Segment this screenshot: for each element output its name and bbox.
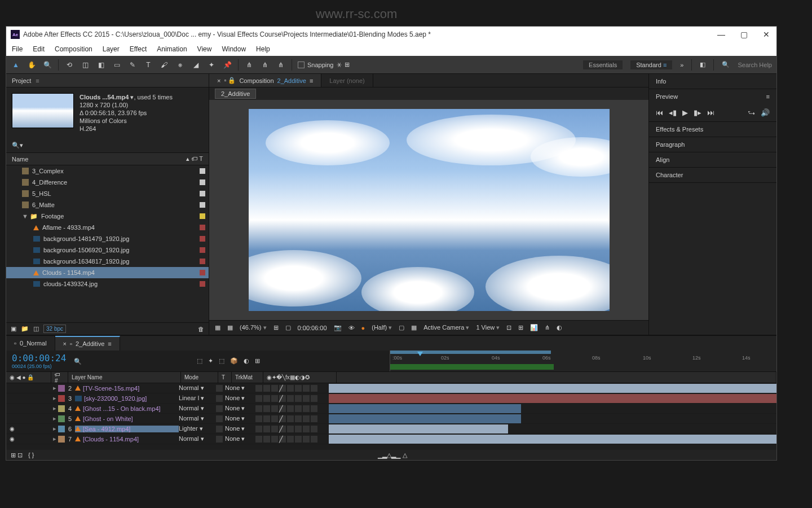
workspace-standard[interactable]: Standard ≡ [630,60,672,69]
align-panel[interactable]: Align [649,152,776,167]
layer-row[interactable]: ▸5 [Ghost - on White]Normal ▾ None ▾╱ [6,414,776,424]
tree-item[interactable]: Aflame - 4933.mp4 [6,222,209,233]
tree-item[interactable]: Clouds - 1154.mp4 [6,267,209,278]
project-tab[interactable]: Project [12,77,31,84]
asset-thumbnail[interactable] [12,93,74,128]
tl-icon[interactable]: ◐ [244,357,249,365]
next-frame-icon[interactable]: ▮▸ [694,108,701,117]
tl-icon[interactable]: ⬚ [197,357,202,365]
camera-dropdown[interactable]: Active Camera [423,324,469,331]
last-frame-icon[interactable]: ⏭ [707,108,714,117]
tree-item[interactable]: ▼ 📁Footage [6,211,209,222]
effects-panel[interactable]: Effects & Presets [649,122,776,137]
hand-tool-icon[interactable]: ✋ [27,60,37,70]
time-display[interactable]: 0:00:06:00 [298,325,327,331]
new-comp-icon[interactable]: ◫ [33,325,39,332]
cc-icon[interactable]: ◧ [700,61,705,68]
res-dropdown[interactable]: (Half) [372,324,392,331]
flowchart-icon[interactable]: ⋔ [545,324,550,331]
tree-item[interactable]: background-1506920_1920.jpg [6,244,209,256]
channel-icon[interactable]: ● [361,325,365,331]
project-tree[interactable]: 3_Complex4_Difference5_HSL6_Matte▼ 📁Foot… [6,165,209,322]
more-workspaces-icon[interactable]: » [680,62,683,68]
toggle-switches-icon[interactable]: ⊞ ⊡ [11,452,23,459]
menu-effect[interactable]: Effect [130,45,147,53]
local-axis-icon[interactable]: ⋔ [244,60,254,70]
res-icon[interactable]: ⊞ [273,324,279,331]
puppet-tool-icon[interactable]: 📌 [222,60,232,70]
project-search[interactable]: 🔍▾ [6,138,209,153]
alpha-icon[interactable]: ▦ [215,324,220,331]
timecode[interactable]: 0:00:00:24 00024 (25.00 fps) 🔍 [6,351,85,371]
play-icon[interactable]: ▶ [682,108,688,117]
reset-exposure-icon[interactable]: ◐ [557,324,562,331]
tl-icon[interactable]: ✦ [208,357,213,365]
world-axis-icon[interactable]: ⋔ [260,60,270,70]
menu-animation[interactable]: Animation [157,45,187,53]
rect-tool-icon[interactable]: ▭ [112,60,122,70]
menu-layer[interactable]: Layer [103,45,120,53]
comp-viewer[interactable] [209,100,648,320]
info-panel[interactable]: Info [649,74,776,89]
roi-icon[interactable]: ▢ [399,324,404,331]
layer-tab[interactable]: Layer (none) [321,74,373,87]
menu-composition[interactable]: Composition [55,45,92,53]
workspace-essentials[interactable]: Essentials [583,60,623,69]
zoom-slider[interactable]: ▁▂△▂▁ △ [378,452,407,459]
type-tool-icon[interactable]: T [143,60,153,70]
menu-view[interactable]: View [197,45,212,53]
mute-icon[interactable]: 🔊 [761,108,770,117]
time-ruler[interactable]: :00s 02s 04s 06s 08s 10s 12s 14s [390,351,776,371]
fast-preview-icon[interactable]: ⊞ [518,324,523,331]
safe-icon[interactable]: ▢ [285,324,291,331]
first-frame-icon[interactable]: ⏮ [656,108,663,117]
zoom-tool-icon[interactable]: 🔍 [42,60,52,70]
menu-help[interactable]: Help [256,45,270,53]
layer-list[interactable]: ▸2 [TV-Scene-15s.mp4]Normal ▾ None ▾╱▸3 … [6,383,776,450]
tl-icon[interactable]: ⬚ [219,357,224,365]
layer-row[interactable]: ▸4 [Ghost ...15 - On black.mp4]Normal ▾ … [6,404,776,414]
show-snapshot-icon[interactable]: 👁 [348,325,355,331]
snapshot-icon[interactable]: 📷 [334,324,342,331]
loop-icon[interactable]: ⮑ [748,108,755,117]
menu-edit[interactable]: Edit [33,45,45,53]
prev-frame-icon[interactable]: ◂▮ [669,108,677,117]
maximize-button[interactable]: ▢ [738,30,749,39]
pen-tool-icon[interactable]: ✎ [127,60,138,70]
pixel-aspect-icon[interactable]: ⊡ [506,324,511,331]
menu-file[interactable]: File [12,45,23,53]
tl-icon[interactable]: ⊞ [255,357,260,365]
minimize-button[interactable]: — [716,30,727,39]
brush-tool-icon[interactable]: 🖌 [159,60,169,70]
current-time-indicator[interactable] [417,352,423,356]
tree-item[interactable]: 5_HSL [6,188,209,199]
roto-tool-icon[interactable]: ✦ [206,60,217,70]
tree-item[interactable]: 3_Complex [6,165,209,177]
folder-icon[interactable]: 📁 [21,325,29,332]
views-dropdown[interactable]: 1 View [476,324,500,331]
zoom-dropdown[interactable]: (46.7%) [240,324,267,331]
camera-tool-icon[interactable]: ◫ [80,60,90,70]
tl-icon[interactable]: 📦 [230,357,238,365]
layer-row[interactable]: ▸3 [sky-232000_1920.jpg]Linear l ▾ None … [6,393,776,404]
layer-row[interactable]: ◉▸6 [Sea - 4912.mp4]Lighter ▾ None ▾╱ [6,424,776,434]
snapping-toggle[interactable]: Snapping⚹⊞ [298,61,350,68]
bracket-icon[interactable]: { } [28,452,34,458]
flowchart-tab[interactable]: 2_Additive [215,89,256,99]
timeline-icon[interactable]: 📊 [530,324,538,331]
bpc-toggle[interactable]: 32 bpc [43,325,66,333]
comp-tab[interactable]: ×▫ 🔒Composition2_Additive≡ [209,74,321,87]
interpret-icon[interactable]: ▣ [11,325,16,332]
clone-tool-icon[interactable]: ⎈ [175,60,185,70]
grid-icon[interactable]: ▦ [227,324,233,331]
orbit-tool-icon[interactable]: ⟲ [64,60,74,70]
view-axis-icon[interactable]: ⋔ [276,60,286,70]
transparency-icon[interactable]: ▦ [411,324,417,331]
selection-tool-icon[interactable]: ▲ [11,60,21,70]
preview-panel[interactable]: Preview≡ [649,89,776,104]
tree-item[interactable]: 6_Matte [6,199,209,211]
timeline-tab-1[interactable]: ×▫2_Additive≡ [55,336,120,351]
pan-behind-tool-icon[interactable]: ◧ [96,60,106,70]
tree-item[interactable]: background-1481479_1920.jpg [6,233,209,244]
menu-window[interactable]: Window [222,45,246,53]
